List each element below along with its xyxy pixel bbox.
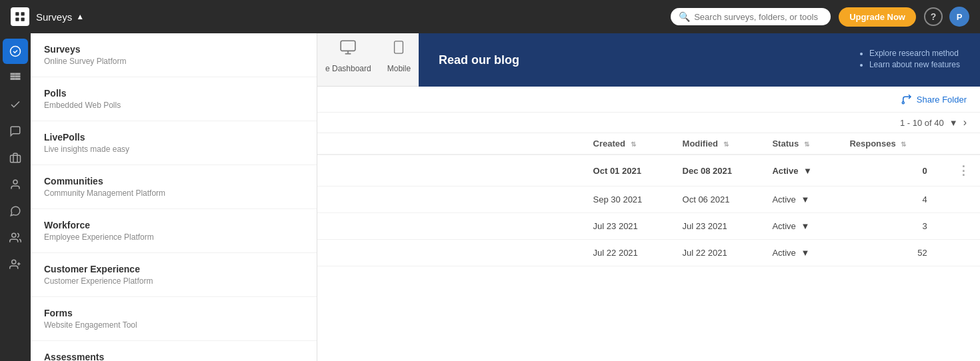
- svg-rect-10: [15, 79, 20, 80]
- tab-dashboard[interactable]: e Dashboard: [317, 33, 379, 86]
- dropdown-subtitle-communities: Community Management Platform: [44, 188, 303, 198]
- pagination-next-icon[interactable]: ›: [963, 117, 967, 129]
- status-dropdown-4[interactable]: ▼: [801, 248, 809, 258]
- product-dropdown: Surveys Online Survey Platform Polls Emb…: [31, 33, 317, 361]
- cell-responses-3: 3: [839, 213, 937, 240]
- sidebar-icon-group[interactable]: [3, 225, 28, 250]
- cell-menu-3[interactable]: [938, 213, 980, 240]
- cell-created-3: Jul 23 2021: [583, 213, 672, 240]
- topbar: Surveys ▲ 🔍 Upgrade Now ? P: [0, 0, 980, 33]
- dropdown-title-assessments: Assessments: [44, 352, 303, 361]
- cell-modified-4: Jul 22 2021: [672, 240, 762, 266]
- sidebar-icons: [0, 33, 31, 361]
- dropdown-item-livepolls[interactable]: LivePolls Live insights made easy: [31, 121, 317, 165]
- svg-rect-5: [11, 73, 14, 75]
- share-folder-label: Share Folder: [917, 95, 967, 105]
- dropdown-title-polls: Polls: [44, 88, 303, 99]
- svg-rect-7: [11, 79, 14, 80]
- sort-modified-icon: ⇅: [723, 141, 729, 148]
- upgrade-button[interactable]: Upgrade Now: [839, 7, 916, 27]
- table-row: Jul 22 2021 Jul 22 2021 Active ▼ 52: [317, 240, 980, 266]
- cell-menu-1[interactable]: ⋮: [938, 155, 980, 186]
- sort-created-icon: ⇅: [631, 141, 636, 148]
- sidebar-icon-comment[interactable]: [3, 198, 28, 224]
- tab-mobile[interactable]: Mobile: [379, 33, 419, 86]
- svg-rect-11: [11, 155, 21, 163]
- svg-rect-6: [11, 76, 14, 77]
- cell-modified-2: Oct 06 2021: [672, 186, 762, 213]
- cell-created-2: Sep 30 2021: [583, 186, 672, 213]
- dropdown-item-surveys[interactable]: Surveys Online Survey Platform: [31, 33, 317, 77]
- cell-name-3: [317, 213, 583, 240]
- search-icon: 🔍: [679, 11, 690, 22]
- pagination-dropdown-icon[interactable]: ▼: [949, 118, 958, 128]
- share-folder-button[interactable]: Share Folder: [901, 93, 967, 105]
- cell-modified-3: Jul 23 2021: [672, 213, 762, 240]
- status-dropdown-1[interactable]: ▼: [803, 166, 812, 176]
- cell-status-1: Active ▼: [761, 155, 839, 186]
- sidebar-icon-user[interactable]: [3, 172, 28, 197]
- col-responses[interactable]: Responses ⇅: [839, 133, 937, 155]
- dropdown-title-forms: Forms: [44, 308, 303, 318]
- sidebar-icon-people[interactable]: [3, 252, 28, 277]
- cell-status-4: Active ▼: [761, 240, 839, 266]
- share-folder-icon: [901, 93, 913, 105]
- search-input[interactable]: [694, 12, 823, 22]
- col-name: [317, 133, 583, 155]
- col-status[interactable]: Status ⇅: [761, 133, 839, 155]
- title-chevron-icon[interactable]: ▲: [76, 12, 84, 21]
- main-layout: Surveys Online Survey Platform Polls Emb…: [0, 33, 980, 361]
- search-box: 🔍: [671, 8, 831, 25]
- sort-responses-icon: ⇅: [901, 141, 906, 148]
- dropdown-title-workforce: Workforce: [44, 220, 303, 230]
- status-dropdown-3[interactable]: ▼: [801, 221, 809, 231]
- dropdown-subtitle-polls: Embedded Web Polls: [44, 101, 303, 110]
- dashboard-icon: [339, 39, 357, 60]
- cell-name-4: [317, 240, 583, 266]
- svg-rect-1: [21, 12, 25, 15]
- dropdown-subtitle-cx: Customer Experience Platform: [44, 276, 303, 286]
- surveys-table: Created ⇅ Modified ⇅ Status ⇅ Responses …: [317, 133, 980, 266]
- pagination-range: 1 - 10 of 40: [900, 118, 944, 128]
- dropdown-item-workforce[interactable]: Workforce Employee Experience Platform: [31, 209, 317, 253]
- mobile-icon: [391, 39, 406, 60]
- dropdown-item-cx[interactable]: Customer Experience Customer Experience …: [31, 253, 317, 297]
- cell-responses-2: 4: [839, 186, 937, 213]
- cell-status-2: Active ▼: [761, 186, 839, 213]
- pagination-bar: 1 - 10 of 40 ▼ ›: [317, 113, 980, 133]
- blog-link-2[interactable]: Learn about new features: [869, 60, 960, 69]
- tab-dashboard-label: e Dashboard: [325, 64, 371, 73]
- svg-point-22: [902, 102, 904, 104]
- app-title[interactable]: Surveys: [36, 11, 72, 23]
- cell-menu-4[interactable]: [938, 240, 980, 266]
- sidebar-icon-survey[interactable]: [3, 39, 28, 64]
- svg-rect-8: [15, 73, 20, 75]
- blog-link-1[interactable]: Explore research method: [869, 49, 960, 58]
- status-dropdown-2[interactable]: ▼: [801, 194, 809, 204]
- help-button[interactable]: ?: [924, 7, 943, 26]
- sidebar-icon-check[interactable]: [3, 92, 28, 117]
- dropdown-subtitle-livepolls: Live insights made easy: [44, 145, 303, 154]
- svg-point-13: [12, 233, 16, 237]
- dropdown-title-livepolls: LivePolls: [44, 132, 303, 143]
- col-modified[interactable]: Modified ⇅: [672, 133, 762, 155]
- dropdown-subtitle-surveys: Online Survey Platform: [44, 57, 303, 66]
- col-actions: [938, 133, 980, 155]
- col-created[interactable]: Created ⇅: [583, 133, 672, 155]
- svg-rect-9: [15, 76, 20, 77]
- avatar[interactable]: P: [949, 7, 969, 27]
- dropdown-item-forms[interactable]: Forms Website Engagement Tool: [31, 297, 317, 341]
- cell-menu-2[interactable]: [938, 186, 980, 213]
- blog-banner-title: Read our blog: [439, 53, 519, 67]
- svg-rect-3: [21, 18, 25, 21]
- dropdown-title-communities: Communities: [44, 176, 303, 186]
- sidebar-icon-chat[interactable]: [3, 119, 28, 144]
- blog-banner[interactable]: Read our blog Explore research method Le…: [419, 33, 980, 87]
- blog-banner-links: Explore research method Learn about new …: [859, 49, 960, 71]
- sidebar-icon-briefcase[interactable]: [3, 145, 28, 171]
- dropdown-item-assessments[interactable]: Assessments Vendor Risk Management: [31, 341, 317, 361]
- svg-rect-17: [341, 41, 356, 51]
- sidebar-icon-polls[interactable]: [3, 65, 28, 91]
- dropdown-item-polls[interactable]: Polls Embedded Web Polls: [31, 77, 317, 121]
- dropdown-item-communities[interactable]: Communities Community Management Platfor…: [31, 165, 317, 209]
